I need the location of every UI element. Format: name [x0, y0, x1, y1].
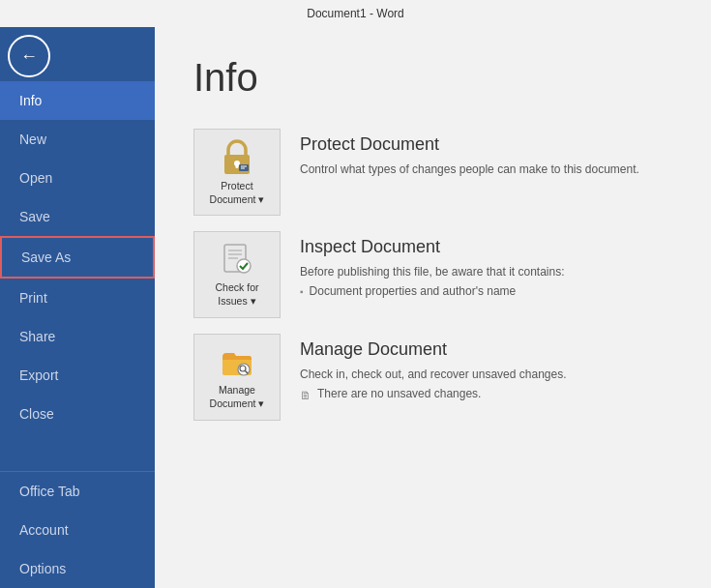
sidebar-item-label: New	[19, 132, 46, 147]
sidebar-item-save-as[interactable]: Save As	[0, 236, 155, 279]
inspect-bullet-text: Document properties and author's name	[310, 284, 517, 298]
inspect-document-text: Inspect Document Before publishing this …	[300, 231, 672, 298]
sidebar-item-label: Share	[19, 329, 55, 344]
sidebar-item-label: Print	[19, 290, 47, 306]
sidebar-item-close[interactable]: Close	[0, 395, 155, 433]
page-title: Info	[193, 56, 672, 100]
sidebar-spacer	[0, 433, 155, 471]
sidebar-item-label: Options	[19, 561, 66, 576]
back-icon: ←	[20, 46, 38, 67]
inspect-bullet-1: ▪ Document properties and author's name	[300, 284, 672, 298]
manage-document-text: Manage Document Check in, check out, and…	[300, 334, 672, 402]
sidebar-item-export[interactable]: Export	[0, 356, 155, 395]
check-for-issues-label: Check forIssues ▾	[216, 281, 259, 308]
bullet-doc-icon: 🗎	[300, 389, 311, 402]
inspect-document-desc: Before publishing this file, be aware th…	[300, 263, 672, 280]
sidebar-item-new[interactable]: New	[0, 120, 155, 159]
protect-document-label: ProtectDocument ▾	[210, 180, 265, 206]
protect-document-card: ProtectDocument ▾ Protect Document Contr…	[193, 129, 672, 216]
title-bar: Document1 - Word	[0, 0, 711, 27]
svg-point-10	[237, 259, 251, 273]
manage-document-label: ManageDocument ▾	[210, 384, 265, 410]
inspect-document-title: Inspect Document	[300, 237, 672, 257]
sidebar-item-info[interactable]: Info	[0, 81, 155, 120]
manage-document-card: ManageDocument ▾ Manage Document Check i…	[193, 334, 672, 421]
sidebar-item-label: Account	[19, 522, 69, 538]
sidebar-item-label: Save	[19, 209, 50, 224]
sidebar-item-open[interactable]: Open	[0, 159, 155, 197]
sidebar-item-share[interactable]: Share	[0, 317, 155, 356]
sidebar-item-label: Export	[19, 368, 58, 383]
sidebar-item-account[interactable]: Account	[0, 511, 155, 549]
bullet-square-icon: ▪	[300, 286, 304, 297]
check-for-issues-button[interactable]: Check forIssues ▾	[193, 231, 281, 318]
sidebar-item-label: Save As	[21, 250, 71, 265]
sidebar-item-save[interactable]: Save	[0, 197, 155, 236]
lock-icon	[220, 137, 254, 176]
title-text: Document1 - Word	[307, 7, 403, 20]
protect-document-title: Protect Document	[300, 134, 672, 155]
inspect-document-card: Check forIssues ▾ Inspect Document Befor…	[193, 231, 672, 318]
sidebar-item-label: Open	[19, 170, 52, 186]
content-area: Info ProtectDocument ▾ Protect Docume	[155, 27, 711, 588]
protect-document-desc: Control what types of changes people can…	[300, 161, 672, 178]
sidebar-item-print[interactable]: Print	[0, 279, 155, 317]
manage-document-button[interactable]: ManageDocument ▾	[193, 334, 281, 421]
sidebar-item-office-tab[interactable]: Office Tab	[0, 472, 155, 511]
inspect-icon	[219, 241, 255, 278]
manage-bullet-text: There are no unsaved changes.	[317, 387, 481, 400]
sidebar-item-label: Info	[19, 93, 42, 108]
svg-rect-2	[236, 163, 239, 168]
manage-document-desc: Check in, check out, and recover unsaved…	[300, 366, 672, 383]
protect-document-text: Protect Document Control what types of c…	[300, 129, 672, 178]
protect-document-button[interactable]: ProtectDocument ▾	[193, 129, 281, 216]
sidebar-item-options[interactable]: Options	[0, 549, 155, 588]
manage-bullet-1: 🗎 There are no unsaved changes.	[300, 387, 672, 402]
manage-icon	[219, 343, 255, 380]
sidebar-item-label: Office Tab	[19, 484, 80, 499]
sidebar-item-label: Close	[19, 406, 54, 422]
manage-document-title: Manage Document	[300, 339, 672, 360]
back-button[interactable]: ←	[8, 35, 50, 77]
sidebar: ← Info New Open Save Save As Print Share…	[0, 27, 155, 588]
main-layout: ← Info New Open Save Save As Print Share…	[0, 27, 711, 588]
sidebar-bottom: Office Tab Account Options	[0, 471, 155, 588]
